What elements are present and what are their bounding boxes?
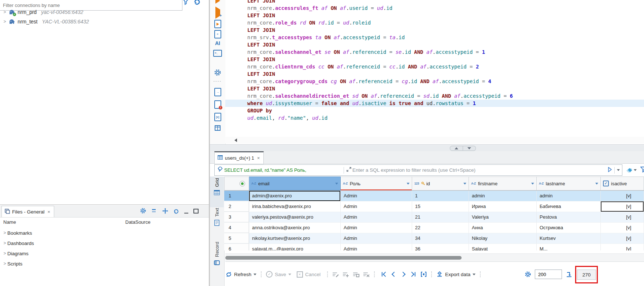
maximize-results-button[interactable] (463, 146, 476, 151)
column-header-role[interactable]: A-Z Роль (341, 177, 412, 190)
cancel-button[interactable]: Cancel (305, 272, 321, 277)
cell-role[interactable]: Admin (341, 233, 412, 244)
cell-lastname[interactable]: Бабичева (537, 201, 601, 212)
table-row[interactable]: 3 valeriya.pestova@axenix.pro Admin 21 V… (224, 212, 644, 223)
row-number[interactable]: 3 (224, 212, 249, 222)
erase-filter-icon[interactable] (626, 167, 637, 173)
cell-firstname[interactable]: admin (469, 191, 537, 201)
cell-role[interactable]: Admin (341, 212, 412, 222)
expand-chevron-icon[interactable]: > (2, 10, 7, 15)
files-item-dashboards[interactable]: > Dashboards (0, 238, 34, 248)
column-dropdown-icon[interactable] (463, 183, 466, 185)
save-button[interactable]: Save (275, 272, 286, 277)
connection-item-nrm-prd[interactable]: > ✓ nrm_prd yac-vl-00456:6432 (0, 7, 209, 17)
apply-filter-icon[interactable] (608, 167, 612, 174)
cell-email[interactable]: salavat.m...@axenix.pro (249, 244, 341, 250)
sql-code[interactable]: LEFT JOINnrm_core.accessrules_ft af ON a… (225, 0, 644, 122)
cell-email[interactable]: admin@axenix.pro (249, 191, 341, 201)
cell-firstname[interactable]: Salavat (469, 244, 537, 250)
table-row[interactable]: 1 admin@axenix.pro Admin 1 admin admin [… (224, 191, 644, 201)
cell-isactive[interactable]: [v] (601, 191, 644, 201)
editor-results-splitter[interactable] (210, 144, 644, 152)
execute-sql-new-tab-icon[interactable]: + (210, 10, 225, 16)
column-dropdown-icon[interactable] (335, 183, 338, 185)
last-row-button[interactable] (410, 272, 415, 276)
cell-lastname[interactable]: Pestova (537, 212, 601, 222)
column-dropdown-icon[interactable] (595, 183, 598, 185)
execute-script-icon[interactable] (210, 20, 225, 28)
browse-row-icon[interactable] (420, 271, 427, 278)
column-header-id[interactable]: 123 id (412, 177, 469, 190)
cell-id[interactable]: 15 (412, 201, 469, 212)
cell-isactive[interactable]: [v] (601, 212, 644, 222)
refresh-dropdown-icon[interactable] (253, 274, 256, 275)
next-script-icon[interactable]: → (210, 88, 225, 96)
cell-email[interactable]: irina.babicheva@axenix.pro (249, 201, 341, 212)
duplicate-row-icon[interactable] (353, 271, 359, 278)
gear-icon[interactable] (140, 208, 146, 215)
files-item-diagrams[interactable]: > Diagrams (0, 249, 29, 258)
cell-firstname[interactable]: Nikolay (469, 233, 537, 244)
minimize-icon[interactable] (184, 208, 188, 215)
table-row[interactable]: 5 nikolay.kurtsev@axenix.pro Admin 34 Ni… (224, 233, 644, 244)
cell-id[interactable]: 22 (412, 223, 469, 233)
row-number-header[interactable] (224, 177, 249, 190)
results-tab-users-ds[interactable]: users_ds(+) 1 × (214, 151, 264, 164)
maximize-editor-button[interactable] (450, 146, 463, 151)
cell-id[interactable]: 34 (412, 233, 469, 244)
column-header-isactive[interactable]: ✓ isactive (601, 177, 644, 190)
cell-role[interactable]: Admin (341, 191, 412, 201)
next-row-button[interactable] (401, 272, 405, 276)
ai-assistant-icon[interactable]: AI (210, 40, 225, 46)
layout-icon[interactable] (210, 125, 225, 131)
cell-lastname[interactable]: Kurtsev (537, 233, 601, 244)
cell-firstname[interactable]: Ирина (469, 201, 537, 212)
files-general-tab[interactable]: Files - General × (1, 206, 54, 217)
cell-role[interactable]: Admin (341, 201, 412, 212)
row-number[interactable]: 5 (224, 233, 249, 244)
cell-email[interactable]: anna.ostrikova@axenix.pro (249, 223, 341, 233)
table-row[interactable]: 6 salavat.m...@axenix.pro Admin 36 Salav… (224, 244, 644, 250)
gear-icon[interactable] (525, 271, 531, 278)
add-row-icon[interactable] (343, 271, 349, 278)
column-header-email[interactable]: A-Z email (249, 177, 341, 190)
filter-input-box[interactable]: T SELECT ud.email, rd."name" AS Роль, (214, 164, 622, 176)
filter-expression-input[interactable] (352, 167, 608, 173)
expand-chevron-icon[interactable]: > (2, 261, 7, 266)
cell-isactive[interactable]: [v] (601, 201, 644, 212)
cell-role[interactable]: Admin (341, 223, 412, 233)
column-dropdown-icon[interactable] (531, 183, 534, 185)
export-icon[interactable] (436, 271, 443, 278)
results-horizontal-scrollbar[interactable] (225, 253, 644, 262)
script-errors-icon[interactable]: ! (210, 100, 225, 109)
fetch-size-input[interactable] (535, 270, 562, 279)
editor-horizontal-scrollbar[interactable] (225, 137, 644, 144)
filter-history-dropdown-icon[interactable] (617, 169, 620, 171)
cell-firstname[interactable]: Valeriya (469, 212, 537, 222)
expand-filter-icon[interactable] (346, 167, 352, 174)
scroll-left-arrow-icon[interactable] (234, 138, 237, 142)
execute-sql-icon[interactable] (210, 0, 225, 4)
save-icon[interactable]: ✓ (266, 271, 273, 278)
expand-chevron-icon[interactable]: > (2, 241, 7, 246)
explain-plan-icon[interactable]: ≡ (210, 30, 225, 38)
export-dropdown-icon[interactable] (473, 274, 475, 275)
column-header-lastname[interactable]: A-Z lastname (537, 177, 601, 190)
cell-lastname[interactable]: Острикова (537, 223, 601, 233)
previous-row-button[interactable] (392, 272, 396, 276)
row-number[interactable]: 6 (224, 244, 249, 250)
drag-dots-icon[interactable]: ···· (210, 79, 225, 83)
gear-icon[interactable] (210, 69, 225, 76)
edit-row-icon[interactable] (332, 271, 339, 278)
refresh-icon[interactable] (173, 208, 179, 215)
cell-id[interactable]: 1 (412, 191, 469, 201)
cell-role[interactable]: Admin (341, 244, 412, 250)
files-item-bookmarks[interactable]: > Bookmarks (0, 228, 32, 238)
first-row-button[interactable] (382, 272, 387, 276)
maximize-icon[interactable] (193, 208, 199, 215)
export-data-button[interactable]: Export data (445, 272, 470, 277)
view-tab-record[interactable]: Record (210, 240, 224, 277)
connection-item-nrm-test[interactable]: > nrm_test YAC-VL-00385:6432 (0, 17, 209, 26)
expand-chevron-icon[interactable]: > (2, 230, 7, 235)
table-row[interactable]: 2 irina.babicheva@axenix.pro Admin 15 Ир… (224, 201, 644, 212)
